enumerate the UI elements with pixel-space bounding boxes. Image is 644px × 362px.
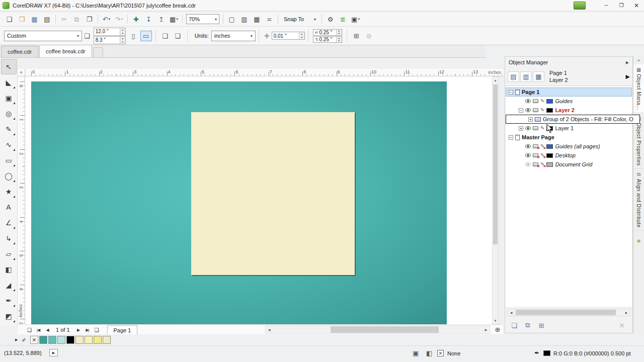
treat-as-filled-button[interactable]: ⊞	[351, 31, 362, 41]
show-rulers-button[interactable]: ▥	[238, 14, 250, 25]
vertical-ruler[interactable]: inches 01234567	[18, 76, 25, 324]
color-swatch[interactable]	[75, 336, 84, 344]
show-grid-button[interactable]: ▦	[251, 14, 263, 25]
export-button[interactable]: ↥	[155, 14, 167, 25]
zoom-level-select[interactable]: 70%▾	[186, 14, 219, 24]
print-document-button[interactable]: ▤	[41, 14, 53, 25]
expander-icon[interactable]: +	[519, 126, 523, 131]
zoom-tool[interactable]: ◎	[1, 106, 17, 121]
expander-icon[interactable]: −	[509, 90, 513, 95]
printer-icon[interactable]	[533, 144, 538, 148]
palette-flyout-icon[interactable]: ▶	[15, 338, 18, 342]
undo-button[interactable]: ↶▾	[101, 14, 112, 25]
docker-tab-object-mana[interactable]: ▦Object Mana...	[633, 64, 644, 113]
snap-to-dropdown[interactable]: Snap To▾	[282, 14, 318, 24]
landscape-button[interactable]: ▭	[140, 31, 152, 41]
previous-page-button[interactable]: ◀	[43, 326, 52, 334]
parallel-dimension-tool[interactable]: ∠	[1, 215, 17, 230]
layer-color-swatch[interactable]	[546, 108, 553, 113]
first-page-button[interactable]: |◀	[34, 326, 43, 334]
scroll-right-icon[interactable]: ▶	[482, 328, 490, 331]
document-tab[interactable]: coffee break.cdr	[39, 45, 92, 57]
search-content-button[interactable]: ✚	[130, 14, 142, 25]
layer-color-swatch[interactable]	[546, 99, 553, 104]
page-tab[interactable]: Page 1	[107, 325, 138, 334]
layer-manager-view-button[interactable]: ▦	[533, 71, 544, 82]
om-row-page-1[interactable]: −Page 1	[506, 87, 632, 97]
layer-color-swatch[interactable]	[546, 153, 553, 158]
freehand-tool[interactable]: ✎	[1, 121, 17, 137]
page-preset-select[interactable]: Custom ▾	[4, 31, 82, 41]
document-tab-stub[interactable]	[93, 47, 103, 57]
drawing-page-object[interactable]	[191, 112, 355, 275]
units-select[interactable]: inches ▾	[211, 31, 256, 41]
artistic-media-tool[interactable]: ∿	[1, 137, 17, 152]
copy-button[interactable]: ⧉	[71, 14, 83, 25]
pencil-icon[interactable]: ✎	[540, 108, 544, 112]
eye-icon[interactable]	[525, 144, 531, 148]
ellipse-tool[interactable]: ◯	[1, 168, 17, 184]
open-document-button[interactable]: ❒	[16, 14, 28, 25]
save-document-button[interactable]: ▦	[29, 14, 40, 25]
horizontal-scroll-thumb[interactable]	[331, 326, 439, 333]
new-master-layer-current-page-button[interactable]: ⊞	[535, 320, 547, 331]
welcome-screen-button[interactable]: ▣▾	[350, 14, 361, 25]
full-screen-preview-button[interactable]: ▢	[226, 14, 237, 25]
minimize-button[interactable]: ─	[599, 0, 614, 11]
portrait-button[interactable]: ▯	[128, 31, 139, 41]
spin-down-icon[interactable]: ▾	[299, 36, 304, 39]
spin-down-icon[interactable]: ▾	[120, 32, 125, 35]
page-width-field[interactable]: 12.0 " ▴▾	[94, 28, 126, 36]
add-page-button[interactable]: ❏	[25, 326, 34, 334]
printer-icon[interactable]	[533, 162, 538, 166]
om-row-layer-1[interactable]: +✎Layer 1	[506, 124, 632, 133]
eye-icon[interactable]	[525, 162, 531, 166]
docker-tab-align-and-distribute[interactable]: ⧉Align and Distribute	[633, 169, 644, 231]
printer-icon[interactable]	[533, 99, 538, 103]
document-tab[interactable]: coffee.cdr	[1, 46, 38, 57]
collapse-dockers-button[interactable]: «	[637, 56, 640, 64]
close-button[interactable]: ✕	[629, 0, 644, 11]
shape-tool[interactable]: ◣	[1, 74, 17, 90]
spin-down-icon[interactable]: ▾	[337, 39, 342, 42]
spin-up-icon[interactable]: ▴	[120, 37, 125, 40]
new-master-layer-all-pages-button[interactable]: ⧉	[522, 320, 534, 331]
spin-down-icon[interactable]: ▾	[120, 40, 125, 44]
object-info-icon[interactable]: ▣	[413, 349, 419, 357]
paste-button[interactable]: ❐	[84, 14, 95, 25]
color-swatch[interactable]	[39, 336, 47, 344]
application-launcher-button[interactable]: ▦▾	[168, 14, 180, 25]
text-tool[interactable]: A	[1, 199, 17, 215]
spin-up-icon[interactable]: ▴	[120, 28, 125, 32]
next-page-button[interactable]: ▶	[74, 326, 83, 334]
delete-layer-button[interactable]: ✕	[616, 320, 628, 331]
treat-as-filled-toggle[interactable]: ≣	[337, 14, 349, 25]
spin-up-icon[interactable]: ▴	[299, 32, 304, 36]
om-row-desktop[interactable]: ✎Desktop	[506, 151, 632, 160]
color-eyedropper-tool[interactable]: ◢	[1, 277, 17, 293]
connector-tool[interactable]: ↳	[1, 230, 17, 246]
outline-pen-tool[interactable]: ✒	[1, 293, 17, 308]
om-row-guides-all-pages-[interactable]: ✎Guides (all pages)	[506, 142, 632, 151]
printer-icon[interactable]	[533, 153, 538, 157]
titlebar-plugin-icon[interactable]	[574, 2, 586, 10]
layer-color-swatch[interactable]	[546, 144, 553, 149]
scroll-right-icon[interactable]: ▶	[623, 311, 630, 314]
eye-icon[interactable]	[525, 99, 531, 103]
pick-tool[interactable]: ↖	[1, 59, 17, 74]
maximize-button[interactable]: ❐	[614, 0, 629, 11]
object-manager-scrollbar[interactable]: ◀ ▶	[507, 309, 630, 316]
transparency-tool[interactable]: ◧	[1, 261, 17, 277]
docker-flyout-button[interactable]: ▶	[626, 60, 629, 65]
scroll-left-icon[interactable]: ◀	[508, 311, 515, 314]
rectangle-tool[interactable]: ▭	[1, 152, 17, 168]
eye-icon[interactable]	[525, 126, 531, 130]
page-height-field[interactable]: 8.3 " ▴▾	[94, 36, 126, 44]
eye-icon[interactable]	[525, 108, 531, 112]
scroll-up-icon[interactable]: ▲	[493, 77, 498, 83]
pencil-icon[interactable]: ✎	[540, 99, 544, 103]
eye-icon[interactable]	[525, 153, 531, 157]
crop-tool[interactable]: ▣	[1, 90, 17, 106]
nudge-field[interactable]: 0.01 " ▴▾	[272, 32, 305, 40]
printer-icon[interactable]	[533, 126, 538, 130]
